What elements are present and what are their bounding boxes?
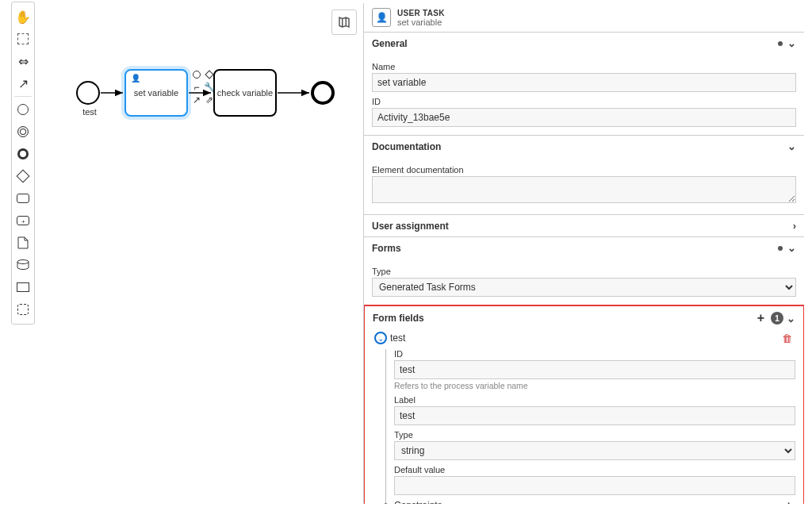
ff-id-label: ID [394,349,795,359]
form-field-body: ID Refers to the process variable name L… [385,349,795,504]
collapse-toggle-icon[interactable]: ⌄ [374,332,387,344]
tool-gateway-icon[interactable] [12,165,34,187]
minimap-toggle-icon[interactable] [331,10,357,35]
group-title: Forms [372,243,401,254]
ff-default-input[interactable] [394,476,795,495]
start-event[interactable] [76,81,100,105]
group-title: Documentation [372,141,441,152]
form-fields-highlight: Form fields + 1 ⌄ ⌄ test 🗑 ID Refers to … [363,305,804,504]
task-check-variable[interactable]: check variable [213,69,277,117]
user-task-icon: 👤 [131,74,140,83]
end-event[interactable] [311,81,335,105]
ctx-append-event-icon[interactable] [190,68,203,81]
group-title: Form fields [373,313,424,324]
form-fields-count-badge: 1 [771,312,783,325]
form-field-name: test [390,332,405,344]
group-user-assignment-header[interactable]: User assignment › [364,215,804,236]
user-task-type-icon: 👤 [372,8,391,27]
ff-id-input[interactable] [394,360,795,379]
task-label: check variable [217,88,273,98]
tool-data-object-icon[interactable] [12,232,34,254]
group-title: User assignment [372,221,449,232]
properties-panel: 👤 USER TASK set variable General ⌄ Name … [363,3,804,504]
group-general: General ⌄ Name ID [364,33,804,136]
tool-space-icon[interactable]: ⇔ [12,50,34,72]
svg-point-0 [17,260,29,264]
chevron-down-icon: ⌄ [787,242,796,254]
element-type: USER TASK [397,9,445,17]
group-form-fields-header[interactable]: Form fields + 1 ⌄ [365,306,803,330]
doc-label: Element documentation [372,165,796,175]
group-forms-header[interactable]: Forms ⌄ [364,237,804,259]
tool-end-event-icon[interactable] [12,143,34,165]
ff-type-select[interactable]: string [394,441,795,460]
modified-indicator-icon [778,246,783,251]
group-user-assignment: User assignment › [364,215,804,237]
tool-connect-icon[interactable]: ↗ [12,72,34,94]
id-input[interactable] [372,108,796,127]
tool-lasso-icon[interactable] [17,33,29,44]
forms-type-select[interactable]: Generated Task Forms [372,278,796,297]
doc-textarea[interactable] [372,176,796,203]
tool-participant-icon[interactable] [12,276,34,298]
bullet-icon [384,503,388,504]
group-forms: Forms ⌄ Type Generated Task Forms [364,237,804,305]
forms-type-label: Type [372,267,796,276]
ff-label-input[interactable] [394,406,795,425]
tool-intermediate-event-icon[interactable] [12,121,34,143]
ff-constraints-label: Constraints [394,500,442,505]
ff-id-hint: Refers to the process variable name [394,381,795,390]
name-input[interactable] [372,73,796,92]
chevron-right-icon: › [793,220,796,232]
chevron-down-icon: ⌄ [787,140,796,152]
group-general-header[interactable]: General ⌄ [364,33,804,54]
ctx-annotation-icon[interactable]: ⌐ [190,81,203,94]
modified-indicator-icon [778,41,783,46]
group-documentation-header[interactable]: Documentation ⌄ [364,136,804,157]
ctx-connect-icon[interactable]: ↗ [190,94,203,106]
diagram-canvas[interactable]: test 👤 set variable ⌐ 🔧 ◐ ↗ ⇗ 🗑 check va… [48,0,362,507]
group-documentation: Documentation ⌄ Element documentation [364,136,804,215]
tool-start-event-icon[interactable] [12,98,34,121]
chevron-down-icon: ⌄ [787,313,795,325]
task-label: set variable [134,88,178,98]
start-event-label: test [79,107,100,117]
ff-default-label: Default value [394,465,795,474]
ff-constraints-row[interactable]: Constraints + [394,495,795,504]
ff-type-label: Type [394,430,795,440]
tool-palette: ✋ ⇔ ↗ + [11,2,35,325]
group-title: General [372,38,408,49]
element-name: set variable [397,17,445,27]
tool-hand-icon[interactable]: ✋ [12,6,34,28]
add-form-field-icon[interactable]: + [757,311,764,325]
tool-data-store-icon[interactable] [12,254,34,276]
tool-subprocess-icon[interactable]: + [12,209,34,232]
delete-form-field-icon[interactable]: 🗑 [782,332,795,344]
add-constraint-icon[interactable]: + [785,498,795,504]
chevron-down-icon: ⌄ [787,37,796,49]
ff-label-label: Label [394,395,795,405]
task-set-variable[interactable]: 👤 set variable [124,69,188,117]
tool-group-icon[interactable] [12,298,34,321]
id-label: ID [372,97,796,106]
tool-task-icon[interactable] [12,187,34,209]
name-label: Name [372,62,796,71]
panel-header: 👤 USER TASK set variable [364,3,804,33]
group-form-fields: Form fields + 1 ⌄ ⌄ test 🗑 ID Refers to … [365,306,803,504]
form-field-item-header[interactable]: ⌄ test 🗑 [373,332,795,344]
